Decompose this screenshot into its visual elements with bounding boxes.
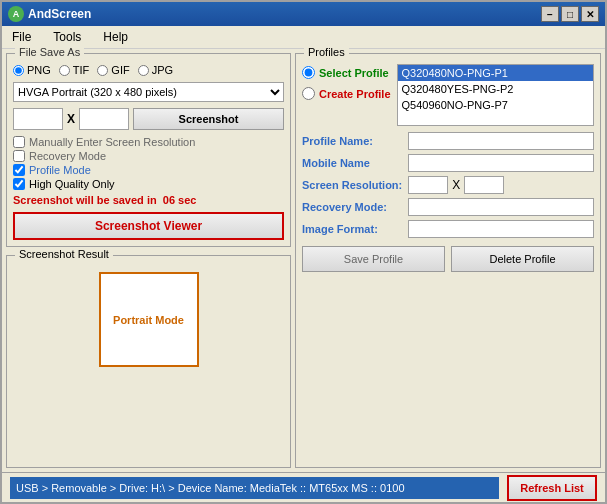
status-path: USB > Removable > Drive: H:\ > Device Na… <box>10 477 499 499</box>
profile-item-1[interactable]: Q320480YES-PNG-P2 <box>398 81 593 97</box>
create-profile-radio-label[interactable]: Create Profile <box>302 87 391 100</box>
status-suffix: sec <box>178 194 196 206</box>
file-save-group: File Save As PNG TIF GIF <box>6 53 291 247</box>
profile-item-0[interactable]: Q320480NO-PNG-P1 <box>398 65 593 81</box>
main-content: File Save As PNG TIF GIF <box>2 49 605 472</box>
delete-profile-button[interactable]: Delete Profile <box>451 246 594 272</box>
profiles-top: Select Profile Create Profile Q320480NO-… <box>302 64 594 126</box>
close-button[interactable]: ✕ <box>581 6 599 22</box>
image-format-input[interactable]: PNG <box>408 220 594 238</box>
width-input[interactable]: 320 <box>13 108 63 130</box>
tif-radio-label[interactable]: TIF <box>59 64 90 76</box>
screen-res-label: Screen Resolution: <box>302 179 402 191</box>
screen-res-row: 320 X 480 <box>408 176 594 194</box>
select-profile-radio-label[interactable]: Select Profile <box>302 66 391 79</box>
portrait-label: Portrait Mode <box>113 314 184 326</box>
profile-item-2[interactable]: Q540960NO-PNG-P7 <box>398 97 593 113</box>
create-profile-radio[interactable] <box>302 87 315 100</box>
recovery-label: Recovery Mode <box>29 150 106 162</box>
profile-width-input[interactable]: 320 <box>408 176 448 194</box>
portrait-box: Portrait Mode <box>99 272 199 367</box>
recovery-mode-input[interactable]: NO <box>408 198 594 216</box>
screenshot-viewer-button[interactable]: Screenshot Viewer <box>13 212 284 240</box>
gif-radio-label[interactable]: GIF <box>97 64 129 76</box>
res-inputs-row: 320 X 480 Screenshot <box>13 108 284 130</box>
profiles-title: Profiles <box>304 46 349 58</box>
png-radio[interactable] <box>13 65 24 76</box>
window-title: AndScreen <box>28 7 91 21</box>
image-format-label: Image Format: <box>302 223 402 235</box>
result-title: Screenshot Result <box>15 248 113 260</box>
jpg-radio[interactable] <box>138 65 149 76</box>
jpg-label: JPG <box>152 64 173 76</box>
profile-name-label: Profile Name: <box>302 135 402 147</box>
profiles-radios: Select Profile Create Profile <box>302 64 391 126</box>
app-icon: A <box>8 6 24 22</box>
refresh-button[interactable]: Refresh List <box>507 475 597 501</box>
height-input[interactable]: 480 <box>79 108 129 130</box>
main-window: A AndScreen − □ ✕ File Tools Help File S… <box>0 0 607 504</box>
png-label: PNG <box>27 64 51 76</box>
file-save-title: File Save As <box>15 46 84 58</box>
left-panel: File Save As PNG TIF GIF <box>6 53 291 468</box>
right-panel: Profiles Select Profile Create Profile <box>295 53 601 468</box>
manual-res-label: Manually Enter Screen Resolution <box>29 136 195 148</box>
profiles-group: Profiles Select Profile Create Profile <box>295 53 601 468</box>
recovery-checkbox[interactable] <box>13 150 25 162</box>
title-buttons: − □ ✕ <box>541 6 599 22</box>
resolution-row: HVGA Portrait (320 x 480 pixels) <box>13 82 284 102</box>
tif-radio[interactable] <box>59 65 70 76</box>
profiles-list[interactable]: Q320480NO-PNG-P1 Q320480YES-PNG-P2 Q5409… <box>397 64 594 126</box>
checkboxes: Manually Enter Screen Resolution Recover… <box>13 136 284 190</box>
profile-actions: Save Profile Delete Profile <box>302 246 594 272</box>
select-profile-radio[interactable] <box>302 66 315 79</box>
jpg-radio-label[interactable]: JPG <box>138 64 173 76</box>
file-save-row: PNG TIF GIF JPG <box>13 64 284 76</box>
gif-radio[interactable] <box>97 65 108 76</box>
create-profile-label: Create Profile <box>319 88 391 100</box>
status-text: Screenshot will be saved in 06 sec <box>13 194 284 206</box>
quality-check-label[interactable]: High Quality Only <box>13 178 284 190</box>
title-bar: A AndScreen − □ ✕ <box>2 2 605 26</box>
screenshot-button[interactable]: Screenshot <box>133 108 284 130</box>
status-bar: USB > Removable > Drive: H:\ > Device Na… <box>2 472 605 502</box>
menu-file[interactable]: File <box>6 28 37 46</box>
mobile-name-label: Mobile Name <box>302 157 402 169</box>
quality-label: High Quality Only <box>29 178 115 190</box>
menu-tools[interactable]: Tools <box>47 28 87 46</box>
minimize-button[interactable]: − <box>541 6 559 22</box>
profile-checkbox[interactable] <box>13 164 25 176</box>
recovery-check-label[interactable]: Recovery Mode <box>13 150 284 162</box>
res-x-label: X <box>452 178 460 192</box>
profile-check-label[interactable]: Profile Mode <box>13 164 284 176</box>
save-profile-button[interactable]: Save Profile <box>302 246 445 272</box>
status-prefix: Screenshot will be saved in <box>13 194 157 206</box>
manual-res-check-label[interactable]: Manually Enter Screen Resolution <box>13 136 284 148</box>
tif-label: TIF <box>73 64 90 76</box>
profile-fields: Profile Name: P1 Mobile Name QMobile Noi… <box>302 132 594 238</box>
resolution-select[interactable]: HVGA Portrait (320 x 480 pixels) <box>13 82 284 102</box>
select-profile-label: Select Profile <box>319 67 389 79</box>
manual-res-checkbox[interactable] <box>13 136 25 148</box>
profile-height-input[interactable]: 480 <box>464 176 504 194</box>
title-bar-left: A AndScreen <box>8 6 91 22</box>
menu-help[interactable]: Help <box>97 28 134 46</box>
png-radio-label[interactable]: PNG <box>13 64 51 76</box>
restore-button[interactable]: □ <box>561 6 579 22</box>
recovery-mode-label: Recovery Mode: <box>302 201 402 213</box>
x-separator: X <box>67 112 75 126</box>
profile-label: Profile Mode <box>29 164 91 176</box>
status-time: 06 <box>160 194 175 206</box>
gif-label: GIF <box>111 64 129 76</box>
screenshot-result-group: Screenshot Result Portrait Mode <box>6 255 291 468</box>
mobile-name-input[interactable]: QMobile Noir A2 <box>408 154 594 172</box>
profile-name-input[interactable]: P1 <box>408 132 594 150</box>
quality-checkbox[interactable] <box>13 178 25 190</box>
